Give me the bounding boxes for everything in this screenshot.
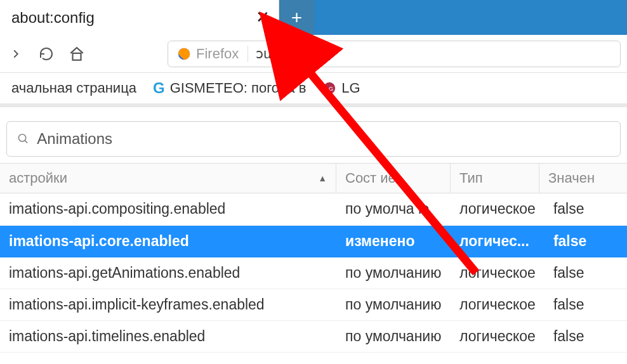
config-table: imations-api.compositing.enabledпо умолч… [0,193,627,353]
firefox-icon [177,47,191,61]
new-tab-button[interactable]: + [279,0,314,35]
nav-toolbar: Firefox ɔut:config [0,35,627,73]
browser-tab[interactable]: about:config ✕ [0,0,279,35]
tab-title: about:config [11,9,95,27]
cell-name: imations-api.implicit-keyframes.enabled [0,289,336,320]
table-headers: астройки▲ Сост ие Тип Значен [0,163,627,193]
cell-type: логическое [451,193,544,225]
table-row[interactable]: imations-api.getAnimations.enabledпо умо… [0,257,627,289]
svg-text:LG: LG [326,86,333,92]
lg-icon: LG [322,81,336,95]
search-input[interactable] [37,130,610,148]
home-button[interactable] [67,44,86,63]
close-icon[interactable]: ✕ [256,8,270,27]
cell-value: false [544,320,627,352]
cell-type: логичес... [451,225,544,257]
svg-rect-0 [73,53,81,60]
cell-name: imations-api.compositing.enabled [0,193,336,225]
firefox-label-text: Firefox [196,46,239,62]
cell-value: false [544,257,627,289]
search-icon [17,133,29,145]
cell-state: по умолча ю [336,193,451,225]
bookmark-lg[interactable]: LG LG [322,80,360,96]
header-type[interactable]: Тип [451,164,539,193]
cell-name: imations-api.core.enabled [0,225,336,257]
cell-state: изменено [336,225,451,257]
cell-state: по умолчанию [336,320,451,352]
cell-name: imations-api.timelines.enabled [0,320,336,352]
svg-line-5 [25,140,27,143]
bookmark-gismeteo[interactable]: GGISMETEO: погода в [153,79,306,97]
svg-point-4 [18,134,25,141]
bookmark-home[interactable]: ачальная страница [11,80,136,96]
cell-type: логическое [451,320,544,352]
firefox-label: Firefox [177,46,248,62]
cell-value: false [544,193,627,225]
url-text: ɔut:config [256,46,316,62]
cell-state: по умолчанию [336,257,451,289]
cell-state: по умолчанию [336,289,451,320]
cell-type: логическое [451,289,544,320]
header-name[interactable]: астройки▲ [0,164,336,193]
bookmarks-bar: ачальная страница GGISMETEO: погода в LG… [0,73,627,103]
search-box[interactable] [6,121,621,157]
tab-bar: about:config ✕ + [0,0,627,35]
table-row[interactable]: imations-api.implicit-keyframes.enabledп… [0,289,627,320]
table-row[interactable]: imations-api.core.enabledизмененологичес… [0,225,627,257]
reload-button[interactable] [37,44,56,63]
cell-value: false [544,225,627,257]
config-content: астройки▲ Сост ие Тип Значен imations-ap… [0,103,627,353]
header-value[interactable]: Значен [539,164,627,193]
cell-name: imations-api.getAnimations.enabled [0,257,336,289]
cell-value: false [544,289,627,320]
sort-asc-icon: ▲ [318,173,327,183]
table-row[interactable]: imations-api.compositing.enabledпо умолч… [0,193,627,225]
gismeteo-icon: G [153,79,165,97]
header-state[interactable]: Сост ие [336,164,451,193]
table-row[interactable]: imations-api.timelines.enabledпо умолчан… [0,320,627,352]
forward-button[interactable] [6,44,25,63]
cell-type: логическое [451,257,544,289]
address-bar[interactable]: Firefox ɔut:config [168,41,621,67]
